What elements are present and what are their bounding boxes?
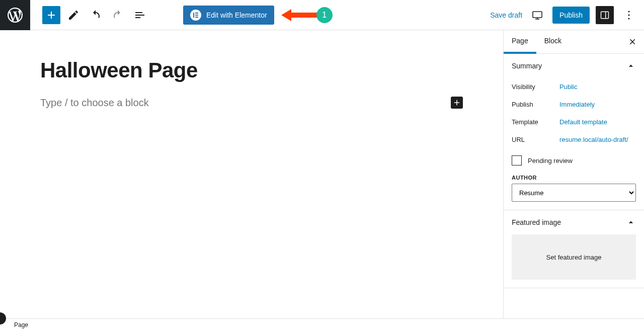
options-button[interactable]: [620, 6, 638, 24]
panel-featured-toggle[interactable]: Featured image: [504, 210, 644, 234]
template-label: Template: [512, 118, 559, 126]
save-draft-link[interactable]: Save draft: [490, 11, 522, 19]
svg-rect-3: [195, 17, 198, 18]
list-icon: [134, 9, 146, 21]
redo-icon: [112, 9, 124, 21]
settings-sidebar: Page Block Summary Visibility Public: [503, 30, 644, 318]
svg-rect-2: [195, 15, 198, 16]
svg-rect-0: [193, 13, 194, 18]
set-featured-image-button[interactable]: Set featured image: [512, 234, 636, 280]
chevron-up-icon: [626, 61, 636, 71]
summary-heading: Summary: [512, 62, 542, 70]
svg-point-7: [628, 14, 629, 16]
add-block-inline-button[interactable]: [451, 97, 463, 109]
breadcrumb[interactable]: Page: [14, 321, 28, 328]
undo-icon: [90, 9, 102, 21]
desktop-icon: [531, 9, 543, 21]
page-title[interactable]: Halloween Page: [40, 58, 463, 82]
arrow-shaft-icon: [290, 13, 317, 18]
featured-heading: Featured image: [512, 218, 561, 226]
sidebar-tabs: Page Block: [504, 30, 644, 54]
wordpress-logo[interactable]: [0, 0, 30, 30]
elementor-label: Edit with Elementor: [206, 11, 267, 19]
tab-block[interactable]: Block: [536, 30, 570, 54]
svg-point-8: [628, 18, 629, 19]
svg-rect-1: [195, 13, 198, 14]
annotation-callout: 1: [281, 7, 333, 23]
add-block-toggle[interactable]: [42, 6, 60, 24]
chevron-up-icon: [626, 217, 636, 227]
svg-rect-4: [533, 12, 542, 18]
wordpress-icon: [6, 6, 24, 24]
elementor-icon: [190, 10, 201, 21]
plus-icon: [45, 9, 57, 21]
publish-button[interactable]: Publish: [552, 7, 590, 24]
pencil-icon: [67, 9, 79, 21]
pending-review-checkbox[interactable]: [512, 155, 522, 166]
editor-canvas[interactable]: Halloween Page Type / to choose a block: [0, 30, 503, 318]
publish-label: Publish: [512, 101, 559, 108]
panel-summary: Summary Visibility Public Publish Immedi…: [504, 54, 644, 210]
close-icon: [629, 38, 637, 46]
redo-button[interactable]: [109, 6, 127, 24]
kebab-icon: [623, 9, 635, 21]
author-select[interactable]: Resume: [512, 184, 636, 202]
pending-review-row[interactable]: Pending review: [512, 155, 636, 166]
preview-button[interactable]: [528, 6, 546, 24]
annotation-badge: 1: [316, 7, 333, 23]
editor-footer: Page: [0, 318, 644, 331]
featured-placeholder: Set featured image: [546, 254, 602, 261]
author-heading: AUTHOR: [512, 175, 636, 181]
pending-review-label: Pending review: [528, 157, 573, 164]
document-overview-button[interactable]: [131, 6, 149, 24]
publish-value[interactable]: Immediately: [559, 101, 595, 108]
top-toolbar: Edit with Elementor 1 Save draft Publish: [0, 0, 644, 30]
url-label: URL: [512, 136, 559, 143]
plus-icon: [452, 98, 461, 107]
panel-summary-toggle[interactable]: Summary: [504, 54, 644, 78]
svg-rect-5: [601, 12, 609, 18]
settings-panel-toggle[interactable]: [596, 6, 614, 24]
url-value[interactable]: resume.local/auto-draft/: [559, 136, 628, 143]
tools-button[interactable]: [64, 6, 83, 24]
close-sidebar-button[interactable]: [627, 36, 639, 48]
arrow-tip-icon: [281, 9, 291, 21]
tab-page[interactable]: Page: [504, 30, 536, 54]
undo-button[interactable]: [87, 6, 105, 24]
svg-point-6: [628, 11, 629, 12]
template-value[interactable]: Default template: [559, 118, 607, 126]
visibility-value[interactable]: Public: [559, 83, 577, 91]
sidebar-icon: [600, 10, 610, 20]
visibility-label: Visibility: [512, 83, 559, 91]
block-prompt[interactable]: Type / to choose a block: [40, 97, 149, 109]
edit-with-elementor-button[interactable]: Edit with Elementor: [183, 6, 274, 25]
panel-featured-image: Featured image Set featured image: [504, 210, 644, 288]
